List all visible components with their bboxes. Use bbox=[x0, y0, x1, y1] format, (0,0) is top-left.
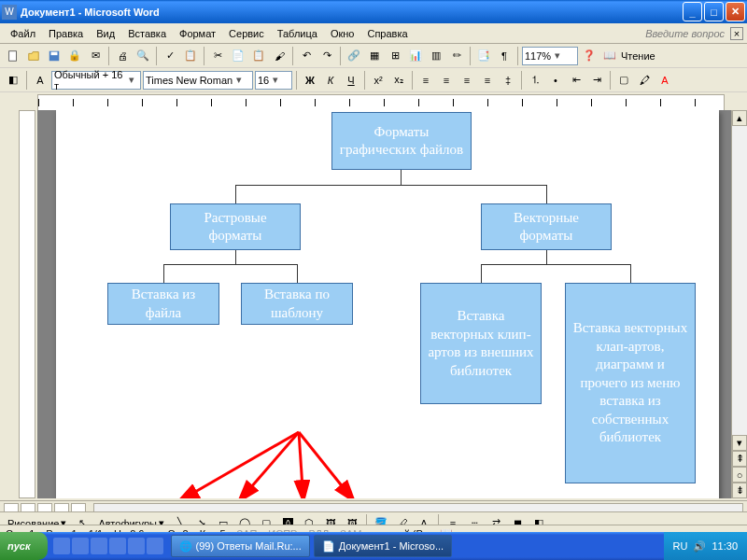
ql-icon[interactable] bbox=[109, 538, 126, 554]
italic-icon[interactable]: К bbox=[321, 71, 340, 90]
page-scroll[interactable]: Форматы графических файлов Растровые фор… bbox=[37, 110, 731, 498]
superscript-icon[interactable]: x² bbox=[369, 71, 388, 90]
maximize-button[interactable]: □ bbox=[704, 2, 724, 21]
ask-question-box[interactable]: Введите вопрос bbox=[645, 28, 725, 39]
tray-icon[interactable]: 🔊 bbox=[693, 540, 706, 553]
columns-icon[interactable]: ▥ bbox=[427, 47, 445, 65]
style-a-icon[interactable]: A bbox=[31, 71, 49, 90]
menu-format[interactable]: Формат bbox=[173, 26, 222, 41]
ql-icon[interactable] bbox=[147, 538, 163, 554]
excel-icon[interactable]: 📊 bbox=[406, 47, 425, 65]
org-node-template[interactable]: Вставка по шаблону bbox=[241, 283, 353, 325]
hyperlink-icon[interactable]: 🔗 bbox=[345, 47, 363, 65]
system-tray[interactable]: RU 🔊 11:30 bbox=[664, 532, 747, 560]
svg-line-6 bbox=[299, 432, 355, 498]
insert-table-icon[interactable]: ⊞ bbox=[386, 47, 404, 65]
align-justify-icon[interactable]: ≡ bbox=[478, 71, 497, 90]
numbering-icon[interactable]: ⒈ bbox=[526, 71, 544, 90]
word-icon: W bbox=[2, 5, 17, 20]
undo-icon[interactable]: ↶ bbox=[297, 47, 316, 65]
menu-help[interactable]: Справка bbox=[360, 26, 414, 41]
next-page-icon[interactable]: ⇟ bbox=[732, 483, 747, 498]
spelling-icon[interactable]: ✓ bbox=[161, 47, 179, 65]
prev-page-icon[interactable]: ⇞ bbox=[732, 451, 747, 467]
org-node-file[interactable]: Вставка из файла bbox=[107, 283, 219, 325]
scroll-down-icon[interactable]: ▾ bbox=[732, 435, 747, 451]
highlight-icon[interactable]: 🖍 bbox=[635, 71, 654, 90]
align-center-icon[interactable]: ≡ bbox=[437, 71, 456, 90]
org-node-raster[interactable]: Растровые форматы bbox=[170, 203, 301, 250]
bold-icon[interactable]: Ж bbox=[301, 71, 319, 90]
taskbar-word[interactable]: 📄Документ1 - Microso... bbox=[314, 535, 452, 557]
menu-file[interactable]: Файл bbox=[4, 26, 42, 41]
font-combo[interactable]: Times New Roman▾ bbox=[143, 71, 253, 90]
org-node-vector[interactable]: Векторные форматы bbox=[481, 203, 612, 250]
help-icon[interactable]: ❓ bbox=[580, 47, 599, 65]
horizontal-ruler[interactable] bbox=[37, 94, 725, 111]
align-right-icon[interactable]: ≡ bbox=[458, 71, 476, 90]
vertical-scrollbar[interactable]: ▴ ▾ ⇞ ○ ⇟ bbox=[731, 110, 747, 498]
borders-icon[interactable]: ▢ bbox=[614, 71, 633, 90]
browse-object-icon[interactable]: ○ bbox=[732, 467, 747, 483]
subscript-icon[interactable]: x₂ bbox=[389, 71, 408, 90]
close-button[interactable]: ✕ bbox=[726, 2, 745, 21]
print-preview-icon[interactable]: 🔍 bbox=[134, 47, 152, 65]
taskbar: пуск 🌐(99) Ответы Mail.Ru:... 📄Документ1… bbox=[0, 532, 747, 560]
quick-launch bbox=[48, 538, 169, 554]
ql-icon[interactable] bbox=[72, 538, 89, 554]
window-title: Документ1 - Microsoft Word bbox=[21, 7, 683, 18]
menu-table[interactable]: Таблица bbox=[271, 26, 324, 41]
cut-icon[interactable]: ✂ bbox=[208, 47, 227, 65]
doc-close-button[interactable]: × bbox=[730, 27, 743, 40]
menu-edit[interactable]: Правка bbox=[42, 26, 90, 41]
fontsize-combo[interactable]: 16▾ bbox=[255, 71, 292, 90]
org-node-clipart-ext[interactable]: Вставка векторных клип-артов из внешних … bbox=[420, 283, 542, 404]
vertical-ruler[interactable] bbox=[19, 110, 35, 498]
font-color-icon[interactable]: A bbox=[655, 71, 674, 90]
svg-line-3 bbox=[177, 432, 299, 498]
start-button[interactable]: пуск bbox=[0, 532, 48, 560]
menu-view[interactable]: Вид bbox=[90, 26, 121, 41]
permission-icon[interactable]: 🔒 bbox=[65, 47, 84, 65]
document-area: Форматы графических файлов Растровые фор… bbox=[0, 110, 747, 498]
show-marks-icon[interactable]: ¶ bbox=[495, 47, 514, 65]
zoom-combo[interactable]: 117%▾ bbox=[522, 47, 578, 65]
open-icon[interactable] bbox=[24, 47, 43, 65]
org-node-clipart-own[interactable]: Вставка векторных клап-артов, диаграмм и… bbox=[565, 283, 696, 483]
bullets-icon[interactable]: • bbox=[546, 71, 565, 90]
taskbar-mail[interactable]: 🌐(99) Ответы Mail.Ru:... bbox=[171, 535, 310, 557]
org-node-root[interactable]: Форматы графических файлов bbox=[331, 112, 472, 170]
redo-icon[interactable]: ↷ bbox=[317, 47, 336, 65]
menu-insert[interactable]: Вставка bbox=[121, 26, 173, 41]
titlebar: W Документ1 - Microsoft Word _ □ ✕ bbox=[0, 0, 747, 23]
ql-icon[interactable] bbox=[128, 538, 145, 554]
new-doc-icon[interactable] bbox=[4, 47, 22, 65]
style-combo[interactable]: Обычный + 16 т▾ bbox=[51, 71, 141, 90]
print-icon[interactable]: 🖨 bbox=[113, 47, 132, 65]
minimize-button[interactable]: _ bbox=[683, 2, 702, 21]
line-spacing-icon[interactable]: ‡ bbox=[499, 71, 517, 90]
svg-line-4 bbox=[238, 432, 299, 498]
save-icon[interactable] bbox=[45, 47, 63, 65]
menu-tools[interactable]: Сервис bbox=[222, 26, 271, 41]
docmap-icon[interactable]: 📑 bbox=[474, 47, 493, 65]
underline-icon[interactable]: Ч bbox=[342, 71, 360, 90]
tray-lang[interactable]: RU bbox=[673, 540, 688, 552]
ql-icon[interactable] bbox=[53, 538, 70, 554]
tables-borders-icon[interactable]: ▦ bbox=[365, 47, 384, 65]
email-icon[interactable]: ✉ bbox=[86, 47, 105, 65]
research-icon[interactable]: 📋 bbox=[181, 47, 200, 65]
menu-window[interactable]: Окно bbox=[324, 26, 361, 41]
align-left-icon[interactable]: ≡ bbox=[416, 71, 435, 90]
read-mode-icon[interactable]: 📖 bbox=[600, 47, 619, 65]
outdent-icon[interactable]: ⇤ bbox=[567, 71, 585, 90]
scroll-up-icon[interactable]: ▴ bbox=[732, 110, 747, 126]
ql-icon[interactable] bbox=[91, 538, 107, 554]
styles-icon[interactable]: ◧ bbox=[4, 71, 22, 90]
format-painter-icon[interactable]: 🖌 bbox=[270, 47, 289, 65]
drawing-icon[interactable]: ✏ bbox=[447, 47, 466, 65]
indent-icon[interactable]: ⇥ bbox=[587, 71, 606, 90]
menubar: Файл Правка Вид Вставка Формат Сервис Та… bbox=[0, 23, 747, 44]
copy-icon[interactable]: 📄 bbox=[229, 47, 247, 65]
paste-icon[interactable]: 📋 bbox=[249, 47, 268, 65]
